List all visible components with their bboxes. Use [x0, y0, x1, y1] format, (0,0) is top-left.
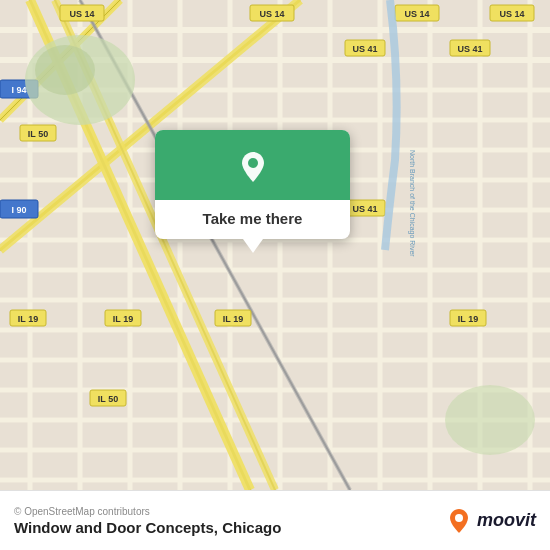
- svg-text:US 14: US 14: [259, 9, 284, 19]
- take-me-there-button[interactable]: Take me there: [203, 210, 303, 227]
- moovit-brand-text: moovit: [477, 510, 536, 531]
- svg-text:I 90: I 90: [11, 205, 26, 215]
- svg-point-74: [455, 514, 463, 522]
- svg-text:IL 19: IL 19: [113, 314, 133, 324]
- map-svg: US 14 US 14 US 14 US 14 US 41 US 41 US 4…: [0, 0, 550, 490]
- svg-point-72: [445, 385, 535, 455]
- svg-text:US 14: US 14: [69, 9, 94, 19]
- svg-text:I 94: I 94: [11, 85, 26, 95]
- bottom-left-info: © OpenStreetMap contributors Window and …: [14, 506, 281, 536]
- map-container: US 14 US 14 US 14 US 14 US 41 US 41 US 4…: [0, 0, 550, 490]
- svg-text:US 41: US 41: [352, 204, 377, 214]
- svg-text:IL 50: IL 50: [98, 394, 118, 404]
- location-pin-icon: [234, 148, 272, 186]
- svg-text:US 14: US 14: [404, 9, 429, 19]
- svg-text:IL 19: IL 19: [18, 314, 38, 324]
- location-name: Window and Door Concepts, Chicago: [14, 519, 281, 536]
- svg-text:US 14: US 14: [499, 9, 524, 19]
- svg-text:IL 50: IL 50: [28, 129, 48, 139]
- svg-text:IL 19: IL 19: [223, 314, 243, 324]
- popup-header: [155, 130, 350, 200]
- copyright-text: © OpenStreetMap contributors: [14, 506, 281, 517]
- svg-text:US 41: US 41: [352, 44, 377, 54]
- svg-text:North Branch of the Chicago Ri: North Branch of the Chicago River: [408, 150, 416, 257]
- svg-point-70: [35, 45, 95, 95]
- moovit-pin-icon: [445, 507, 473, 535]
- svg-text:IL 19: IL 19: [458, 314, 478, 324]
- map-popup: Take me there: [155, 130, 350, 239]
- svg-point-73: [248, 158, 258, 168]
- moovit-logo: moovit: [445, 507, 536, 535]
- svg-text:US 41: US 41: [457, 44, 482, 54]
- bottom-bar: © OpenStreetMap contributors Window and …: [0, 490, 550, 550]
